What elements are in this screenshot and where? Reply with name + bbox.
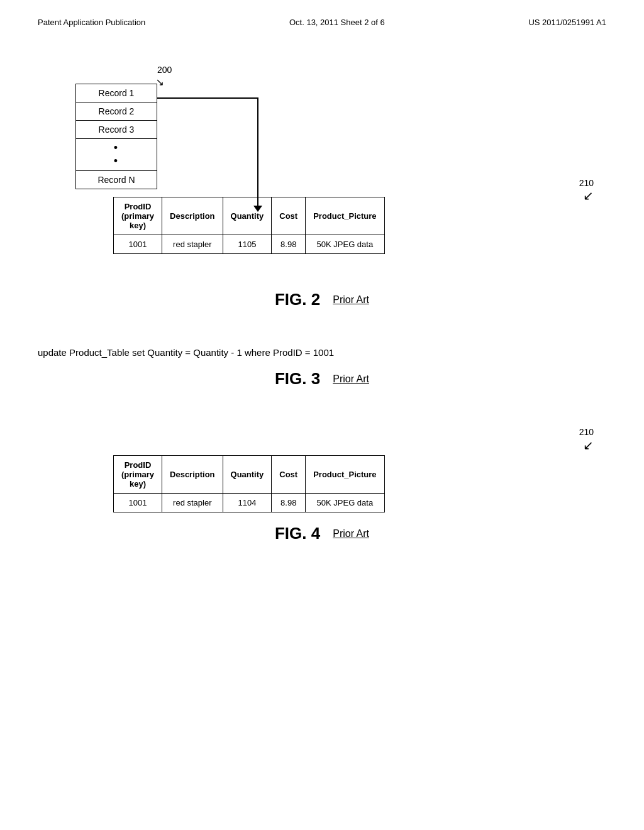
fig4-caption: FIG. 4 Prior Art — [38, 524, 606, 543]
th-product-picture: Product_Picture — [306, 197, 384, 235]
line-h1 — [157, 97, 258, 99]
fig2-caption: FIG. 2 Prior Art — [38, 290, 606, 309]
fig2-table-wrapper: ProdID(primarykey) Description Quantity … — [75, 197, 385, 254]
th-prodid: ProdID(primarykey) — [114, 197, 162, 235]
fig4-table-wrapper: ProdID(primarykey) Description Quantity … — [75, 455, 606, 512]
th-cost: Cost — [272, 197, 306, 235]
header-publication: Patent Application Publication — [38, 18, 145, 27]
fig2-product-table: ProdID(primarykey) Description Quantity … — [113, 197, 385, 254]
record-row-1: Record 1 — [76, 84, 157, 102]
record-row-3: Record 3 — [76, 121, 157, 139]
label-200: 200 — [157, 65, 172, 75]
th-cost-4: Cost — [272, 456, 306, 494]
fig2-section: 200 ↙ Record 1 Record 2 Record 3 •• Reco… — [38, 65, 606, 309]
fig3-section: update Product_Table set Quantity = Quan… — [38, 347, 606, 389]
fig4-arrow-icon: ↙ — [583, 438, 594, 452]
cell-quantity: 1105 — [223, 235, 272, 254]
fig4-label-210: 210 — [579, 427, 594, 437]
records-box: Record 1 Record 2 Record 3 •• Record N — [75, 84, 157, 189]
cell-product-picture: 50K JPEG data — [306, 235, 384, 254]
fig2-diagram: 200 ↙ Record 1 Record 2 Record 3 •• Reco… — [38, 65, 606, 279]
cell-description: red stapler — [162, 235, 223, 254]
fig2-prior-art: Prior Art — [333, 294, 369, 306]
fig2-label: FIG. 2 — [275, 290, 320, 309]
record-row-2: Record 2 — [76, 102, 157, 121]
fig4-prior-art: Prior Art — [333, 528, 369, 540]
table-row-4: 1001 red stapler 1104 8.98 50K JPEG data — [114, 494, 385, 512]
fig3-prior-art: Prior Art — [333, 374, 369, 385]
header-patent-number: US 2011/0251991 A1 — [528, 18, 606, 27]
fig3-label: FIG. 3 — [275, 369, 320, 389]
fig4-label-210-wrapper: 210 ↙ — [38, 426, 606, 453]
cell-cost-4: 8.98 — [272, 494, 306, 512]
cell-prodid: 1001 — [114, 235, 162, 254]
fig3-caption: FIG. 3 Prior Art — [38, 369, 606, 389]
sql-statement: update Product_Table set Quantity = Quan… — [38, 347, 606, 358]
arrow-200-icon: ↙ — [156, 76, 164, 88]
fig4-product-table: ProdID(primarykey) Description Quantity … — [113, 455, 385, 512]
records-list-container: 200 ↙ Record 1 Record 2 Record 3 •• Reco… — [75, 84, 157, 189]
cell-cost: 8.98 — [272, 235, 306, 254]
th-description-4: Description — [162, 456, 223, 494]
fig4-section: 210 ↙ ProdID(primarykey) Description Qua… — [38, 426, 606, 543]
cell-prodid-4: 1001 — [114, 494, 162, 512]
fig2-label-210: 210 ↙ — [579, 178, 594, 203]
cell-description-4: red stapler — [162, 494, 223, 512]
th-quantity-4: Quantity — [223, 456, 272, 494]
line-v1 — [257, 97, 258, 209]
table-row: 1001 red stapler 1105 8.98 50K JPEG data — [114, 235, 385, 254]
record-row-n: Record N — [76, 171, 157, 189]
header-date-sheet: Oct. 13, 2011 Sheet 2 of 6 — [289, 18, 385, 27]
th-prodid-4: ProdID(primarykey) — [114, 456, 162, 494]
th-product-picture-4: Product_Picture — [306, 456, 384, 494]
cell-quantity-4: 1104 — [223, 494, 272, 512]
th-quantity: Quantity — [223, 197, 272, 235]
main-content: 200 ↙ Record 1 Record 2 Record 3 •• Reco… — [0, 65, 644, 543]
record-dots: •• — [76, 139, 157, 171]
fig4-label: FIG. 4 — [275, 524, 320, 543]
page-header: Patent Application Publication Oct. 13, … — [0, 0, 644, 27]
th-description: Description — [162, 197, 223, 235]
cell-product-picture-4: 50K JPEG data — [306, 494, 384, 512]
